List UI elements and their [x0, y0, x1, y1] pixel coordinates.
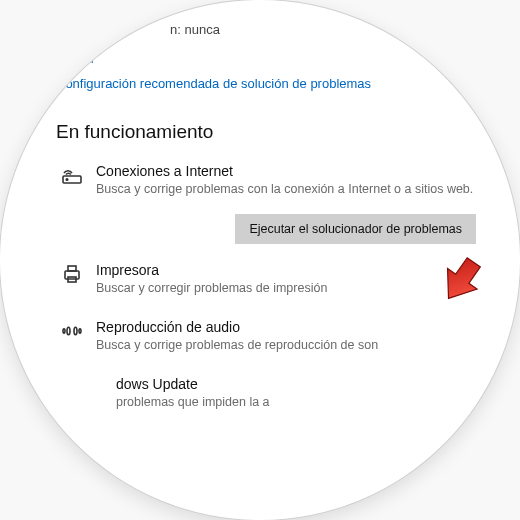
item-title: Conexiones a Internet [96, 163, 490, 179]
printer-icon [56, 262, 88, 292]
svg-rect-3 [68, 266, 76, 271]
item-desc: Busca y corrige problemas de reproducció… [96, 337, 490, 354]
troubleshoot-item-internet[interactable]: Conexiones a Internet Busca y corrige pr… [56, 163, 490, 198]
item-title: dows Update [116, 376, 490, 392]
item-title: Impresora [96, 262, 490, 278]
partial-text-top: n: nunca [56, 22, 490, 37]
audio-icon [56, 319, 88, 349]
item-desc: Buscar y corregir problemas de impresión [96, 280, 490, 297]
run-troubleshooter-button[interactable]: Ejecutar el solucionador de problemas [235, 214, 476, 244]
section-heading-running: En funcionamiento [56, 121, 490, 143]
item-title: Reproducción de audio [96, 319, 490, 335]
item-desc: problemas que impiden la a [116, 394, 490, 411]
link-history[interactable]: istorial [56, 51, 490, 66]
link-recommended-settings[interactable]: Configuración recomendada de solución de… [56, 76, 490, 91]
svg-point-1 [66, 179, 68, 181]
troubleshoot-item-windows-update[interactable]: dows Update problemas que impiden la a [56, 376, 490, 411]
item-desc: Busca y corrige problemas con la conexió… [96, 181, 490, 198]
wifi-router-icon [56, 163, 88, 193]
troubleshoot-item-printer[interactable]: Impresora Buscar y corregir problemas de… [56, 262, 490, 297]
troubleshoot-item-audio[interactable]: Reproducción de audio Busca y corrige pr… [56, 319, 490, 354]
